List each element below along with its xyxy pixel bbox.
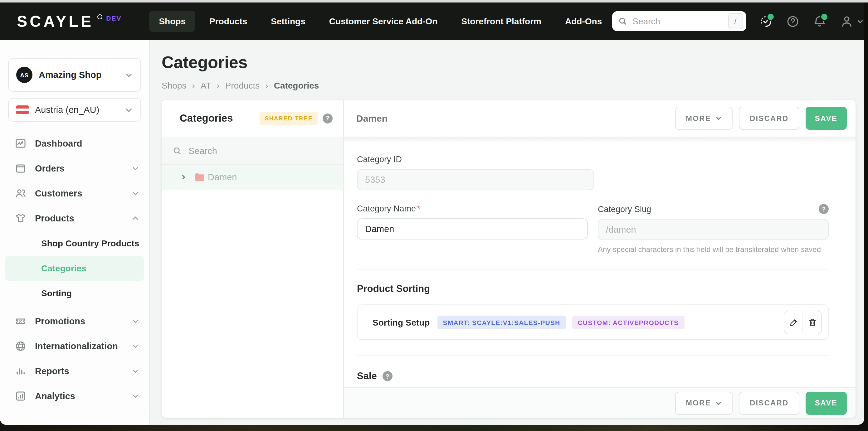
discard-button[interactable]: DISCARD [739, 107, 799, 130]
folder-icon [195, 173, 205, 181]
product-sorting-heading: Product Sorting [357, 283, 829, 294]
sidebar-item-internationalization[interactable]: Internationalization [0, 334, 149, 359]
shop-avatar: AS [16, 67, 32, 83]
page-title: Categories [162, 53, 856, 72]
category-slug-field [598, 219, 829, 240]
nav-item-storefront-platform[interactable]: Storefront Platform [451, 10, 551, 32]
scayle-logo[interactable]: SCAYLE DEV [17, 13, 121, 29]
notifications-button[interactable] [813, 14, 827, 28]
orders-icon [15, 163, 26, 174]
sidebar-item-categories[interactable]: Categories [5, 256, 144, 281]
chevron-down-icon [132, 318, 139, 325]
sidebar-item-orders[interactable]: Orders [0, 156, 149, 181]
sorting-actions [784, 310, 822, 334]
more-button[interactable]: MORE [675, 107, 733, 130]
status-check-button[interactable] [759, 14, 773, 28]
shop-selector[interactable]: AS Amazing Shop [8, 58, 141, 92]
edit-sorting-button[interactable] [784, 311, 803, 333]
footer-more-button[interactable]: MORE [675, 391, 733, 415]
app-window: SCAYLE DEV Shops Products Settings Custo… [0, 2, 864, 425]
required-mark: * [417, 204, 421, 213]
app-body: AS Amazing Shop Austria (en_AU) Dashboar… [0, 40, 864, 425]
chevron-down-icon [715, 399, 722, 406]
delete-sorting-button[interactable] [803, 311, 821, 333]
detail-title: Damen [356, 113, 388, 124]
trash-icon [808, 318, 816, 327]
search-icon [173, 146, 182, 155]
tree-panel-title: Categories [180, 112, 233, 124]
top-navbar: SCAYLE DEV Shops Products Settings Custo… [0, 2, 864, 40]
sale-heading: Sale [357, 370, 377, 382]
notifications-dot [819, 12, 828, 21]
chevron-down-icon [125, 71, 133, 79]
tree-search-input[interactable] [187, 145, 332, 156]
user-icon [840, 14, 853, 28]
detail-footer: MORE DISCARD SAVE [344, 387, 856, 418]
sidebar-item-promotions[interactable]: Promotions [0, 309, 149, 334]
breadcrumb-categories: Categories [274, 80, 319, 91]
category-id-field [357, 169, 594, 190]
tree-item-damen[interactable]: Damen [162, 165, 343, 190]
dashboard-icon [15, 138, 26, 149]
chevron-down-icon [132, 342, 139, 350]
primary-nav: Shops Products Settings Customer Service… [149, 10, 612, 32]
account-menu[interactable] [840, 14, 863, 28]
nav-item-shops[interactable]: Shops [149, 10, 196, 32]
sidebar-item-products[interactable]: Products [0, 206, 149, 231]
breadcrumb-separator: › [217, 80, 219, 91]
section-divider [357, 355, 829, 356]
global-search[interactable]: / [612, 11, 746, 31]
help-icon [786, 15, 799, 28]
chevron-right-icon[interactable] [180, 174, 187, 180]
chevron-down-icon [715, 115, 722, 122]
help-button[interactable] [786, 14, 800, 28]
category-slug-label: Category Slug [598, 204, 651, 213]
nav-item-customer-service-addon[interactable]: Customer Service Add-On [319, 10, 448, 32]
sidebar-item-customers[interactable]: Customers [0, 181, 149, 206]
search-icon [618, 17, 627, 26]
search-input[interactable] [631, 15, 723, 27]
section-divider [357, 269, 829, 269]
search-shortcut-key: / [728, 13, 743, 29]
customers-icon [15, 188, 26, 199]
save-button[interactable]: SAVE [806, 107, 847, 130]
shop-name: Amazing Shop [39, 70, 101, 80]
category-tree-panel: Categories SHARED TREE ? Damen [162, 100, 344, 418]
header-actions: MORE DISCARD SAVE [675, 107, 847, 130]
tree-search[interactable] [162, 137, 343, 165]
sale-help-button[interactable]: ? [382, 371, 393, 381]
sidebar-item-analytics[interactable]: Analytics [0, 384, 149, 408]
sidebar: AS Amazing Shop Austria (en_AU) Dashboar… [0, 40, 150, 425]
category-slug-help-button[interactable]: ? [819, 204, 829, 214]
promotions-icon [15, 316, 26, 327]
nav-item-products[interactable]: Products [199, 10, 257, 32]
breadcrumb-shops[interactable]: Shops [162, 80, 186, 91]
navbar-right: / [612, 11, 863, 31]
category-slug-hint: Any special characters in this field wil… [598, 245, 829, 254]
country-name: Austria (en_AU) [35, 105, 99, 115]
sorting-setup-row: Sorting Setup SMART: SCAYLE:V1:SALES-PUS… [357, 304, 829, 340]
breadcrumb-products[interactable]: Products [225, 80, 260, 91]
sidebar-item-shop-country-products[interactable]: Shop Country Products [0, 231, 149, 256]
category-name-field[interactable] [357, 218, 588, 239]
nav-item-settings[interactable]: Settings [261, 10, 315, 32]
logo-text: SCAYLE [17, 13, 94, 29]
footer-save-button[interactable]: SAVE [806, 391, 847, 415]
screen: SCAYLE DEV Shops Products Settings Custo… [0, 0, 868, 431]
chevron-up-icon [132, 214, 139, 222]
shared-tree-help-button[interactable]: ? [322, 113, 333, 123]
window-top-edge [0, 0, 868, 2]
reports-icon [15, 365, 26, 377]
breadcrumb-at[interactable]: AT [200, 80, 211, 91]
nav-item-add-ons[interactable]: Add-Ons [555, 10, 612, 32]
shared-tree-badge: SHARED TREE [259, 112, 318, 125]
category-detail-panel: Damen MORE DISCARD SAVE [344, 100, 856, 418]
sidebar-item-sorting[interactable]: Sorting [0, 281, 149, 306]
sidebar-item-reports[interactable]: Reports [0, 359, 149, 384]
sidebar-menu: Dashboard Orders Customers Produc [0, 131, 149, 425]
custom-sorting-badge: CUSTOM: ACTIVEPRODUCTS [572, 315, 684, 329]
sidebar-item-dashboard[interactable]: Dashboard [0, 131, 149, 156]
country-selector[interactable]: Austria (en_AU) [8, 98, 141, 122]
category-id-label: Category ID [357, 155, 594, 164]
footer-discard-button[interactable]: DISCARD [739, 391, 799, 415]
